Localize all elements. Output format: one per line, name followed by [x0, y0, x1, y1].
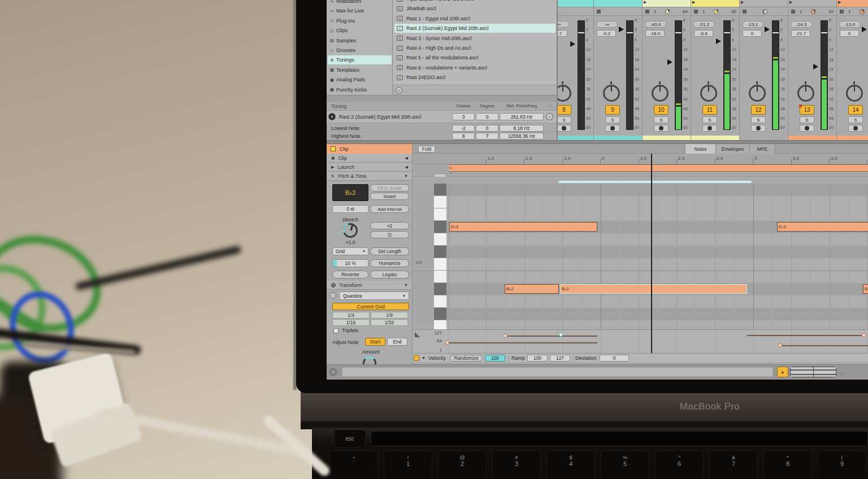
volume-value[interactable]: 0: [743, 30, 762, 37]
solo-button[interactable]: S: [800, 116, 814, 123]
loop-dial-icon[interactable]: [665, 9, 670, 14]
quantize-grid-1-4[interactable]: 1/4: [332, 312, 370, 319]
pan-knob[interactable]: [557, 85, 571, 102]
clip-stop-button[interactable]: [743, 10, 747, 14]
volume-value[interactable]: -18.0: [645, 30, 665, 37]
volume-fader-handle[interactable]: [619, 27, 624, 32]
volume-fader-handle[interactable]: [862, 27, 867, 32]
tuning-save-icon[interactable]: ▪: [546, 113, 553, 120]
track-number-button[interactable]: 14: [848, 105, 863, 115]
section-clip[interactable]: ▣ Clip ◀: [327, 154, 413, 163]
highest-octave[interactable]: 8: [452, 133, 475, 140]
sidebar-item-modulators[interactable]: ∿Modulators: [328, 0, 392, 6]
black-key[interactable]: [434, 221, 446, 233]
randomize-amount-field[interactable]: 100: [485, 355, 505, 362]
ramp-from-field[interactable]: 100: [527, 355, 548, 362]
humanize-button[interactable]: Humanize: [370, 259, 409, 267]
volume-fader-handle[interactable]: [716, 38, 721, 44]
track-number-button[interactable]: 12: [751, 105, 766, 115]
pan-knob[interactable]: [749, 85, 766, 102]
clip-stop-button[interactable]: [694, 10, 698, 14]
volume-value[interactable]: -6.6: [694, 30, 713, 37]
deviation-field[interactable]: 0: [600, 355, 629, 362]
device-view-toggle[interactable]: [814, 367, 836, 377]
peak-level-value[interactable]: -21.2: [693, 21, 715, 28]
pan-knob[interactable]: [846, 85, 863, 102]
panel-divider[interactable]: [327, 140, 868, 144]
black-key[interactable]: [434, 308, 446, 320]
midi-note[interactable]: B♭2: [863, 284, 868, 294]
file-item-rast-3-syrian-mid-20th-ascl[interactable]: ⊂Rast 3 - Syrian mid-20th.ascl: [394, 34, 555, 43]
white-key[interactable]: [434, 208, 446, 221]
peak-level-value[interactable]: -∞: [557, 21, 569, 28]
volume-value[interactable]: 0: [840, 30, 859, 37]
velocity-marker[interactable]: [862, 333, 866, 337]
loop-dial-icon[interactable]: [714, 9, 719, 14]
white-key[interactable]: [434, 271, 446, 283]
adjust-note-end-button[interactable]: End: [387, 338, 407, 346]
section-transform[interactable]: Transform ▼: [327, 281, 413, 290]
peak-level-value[interactable]: -13.0: [839, 21, 861, 28]
velocity-lane[interactable]: 127 64 1: [413, 329, 868, 353]
peak-level-value[interactable]: -∞: [596, 21, 618, 28]
file-item-rast-6-modulations-variants-ascl[interactable]: ⊂Rast 6 - modulations + variants.ascl: [394, 63, 555, 72]
fit-to-scale-button[interactable]: Fit to Scale: [370, 184, 409, 191]
section-launch[interactable]: ▶ Launch ◀: [327, 163, 413, 172]
clip-title-bar[interactable]: Clip: [327, 144, 413, 154]
grid-dropdown[interactable]: Grid ▼: [332, 247, 368, 255]
tab-notes[interactable]: Notes: [685, 144, 715, 154]
tab-mpe[interactable]: MPE: [749, 144, 775, 154]
tuning-ref-value[interactable]: 261.63 Hz: [500, 113, 544, 120]
transform-mode-dropdown[interactable]: Quantize ▼: [339, 291, 409, 300]
peak-level-value[interactable]: -24.3: [791, 21, 812, 28]
midi-note-grid[interactable]: E♭3E♭3B♭2B♭2B♭2: [446, 184, 868, 329]
sidebar-item-punchy-kicks[interactable]: ▣Punchy Kicks: [328, 85, 392, 94]
file-item-hijaz-bayati-kurd-24edo-ascl[interactable]: ⊂Hijaz-Bayati-Kurd 24EDO.ascl: [394, 0, 555, 3]
preview-button[interactable]: [702, 125, 717, 132]
midi-note[interactable]: E♭3: [449, 222, 597, 232]
volume-value[interactable]: -0.7: [557, 30, 567, 37]
file-item-jiharkah-ascl[interactable]: ⊂Jiharkah.ascl: [394, 4, 555, 13]
clip-slot[interactable]: ▶: [740, 0, 788, 7]
solo-button[interactable]: S: [557, 116, 571, 123]
clip-view-toggle[interactable]: [791, 367, 814, 377]
ramp-to-field[interactable]: 127: [550, 355, 570, 362]
tab-envelopes[interactable]: Envelopes: [715, 144, 749, 154]
lane-dropdown-icon[interactable]: ▼: [422, 356, 426, 360]
invert-button[interactable]: Invert: [370, 193, 409, 200]
clip-slot[interactable]: ▶: [643, 0, 691, 7]
tuning-octave-value[interactable]: 3: [452, 113, 475, 120]
current-grid-button[interactable]: Current Grid: [332, 303, 409, 310]
black-key[interactable]: [434, 246, 446, 258]
lowest-ref[interactable]: 8.18 Hz: [500, 125, 544, 132]
clip-stop-button[interactable]: [840, 10, 844, 14]
black-key[interactable]: [434, 283, 446, 295]
solo-button[interactable]: S: [848, 116, 863, 123]
headphone-icon[interactable]: ∩: [396, 87, 402, 94]
sidebar-item-max-for-live[interactable]: ∞Max for Live: [328, 6, 392, 15]
clip-slot[interactable]: [557, 0, 594, 7]
midi-note[interactable]: E♭3: [777, 222, 868, 232]
clip-stop-button[interactable]: [645, 10, 649, 14]
humanize-amount-field[interactable]: 10 %: [332, 259, 368, 267]
transform-refresh-icon[interactable]: ∙: [329, 292, 336, 299]
sidebar-item-templates[interactable]: ▦Templates: [328, 66, 392, 75]
loop-region[interactable]: »: [449, 164, 868, 172]
volume-fader-handle[interactable]: [765, 27, 770, 32]
pan-knob[interactable]: [652, 85, 669, 102]
highest-degree[interactable]: 7: [476, 133, 498, 140]
tuning-dropdown-icon[interactable]: ▼: [328, 113, 336, 120]
expand-down-icon[interactable]: ▼: [404, 174, 408, 178]
solo-button[interactable]: S: [654, 116, 669, 123]
solo-button[interactable]: S: [605, 116, 620, 123]
clip-slot[interactable]: ▶: [788, 0, 837, 7]
reverse-button[interactable]: Reverse: [332, 271, 368, 278]
loop-dial-icon[interactable]: [860, 9, 865, 14]
pan-knob[interactable]: [700, 85, 717, 102]
sidebar-item-grooves[interactable]: ≈Grooves: [328, 46, 392, 55]
volume-fader-handle[interactable]: [667, 59, 672, 65]
clip-slot[interactable]: [594, 0, 643, 7]
piano-keys-column[interactable]: [434, 184, 446, 329]
black-key[interactable]: [434, 184, 446, 196]
volume-fader-handle[interactable]: [813, 64, 818, 69]
